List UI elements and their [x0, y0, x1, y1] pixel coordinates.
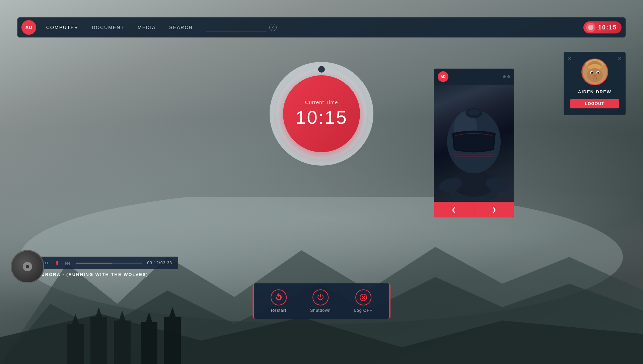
nav-item-computer[interactable]: COMPUTER — [46, 25, 78, 30]
album-art-center — [26, 265, 29, 268]
image-viewer-nav: ❮ ❯ — [434, 202, 514, 217]
clock-inner-ring: Current Time 10:15 — [276, 69, 367, 159]
shutdown-button[interactable]: Shutdown — [310, 289, 331, 313]
next-button[interactable]: ⏭ — [65, 260, 70, 266]
music-time: 03:12/03:38 — [147, 261, 172, 265]
clock-label: Current Time — [305, 99, 338, 105]
time-dot-inner — [588, 25, 593, 30]
restart-label: Restart — [271, 308, 286, 313]
image-prev-button[interactable]: ❮ — [434, 202, 474, 217]
album-art — [11, 250, 44, 283]
prev-button[interactable]: ⏮ — [44, 260, 49, 266]
logoff-icon — [355, 289, 371, 305]
image-viewer-header: AD — [434, 69, 514, 85]
nav-item-media[interactable]: MEDIA — [138, 25, 156, 30]
clock-time: 10:15 — [295, 106, 347, 128]
user-avatar — [581, 59, 608, 85]
time-dot — [586, 23, 595, 32]
dot-1 — [503, 75, 506, 78]
image-viewer: AD — [434, 69, 514, 217]
navbar-search-area: ✕ — [206, 23, 293, 31]
nav-item-search[interactable]: SEARCH — [169, 25, 193, 30]
music-player: ⏮ ⏸ ⏭ 03:12/03:38 AURORA - (RUNNING WITH… — [17, 257, 178, 277]
restart-icon — [271, 289, 287, 305]
logoff-label: Log OFF — [354, 308, 372, 313]
user-card-close-right: ✕ — [618, 56, 622, 61]
user-name: AIDEN-DREW — [578, 89, 612, 94]
restart-svg — [275, 293, 283, 301]
navbar-time-widget: 10:15 — [583, 21, 622, 33]
logout-button[interactable]: LOGOUT — [570, 99, 619, 108]
image-viewer-image — [434, 85, 514, 202]
user-card-close-left: ✕ — [568, 56, 572, 61]
navbar-time: 10:15 — [598, 24, 617, 31]
clock-outer-ring: Current Time 10:15 — [270, 62, 373, 166]
album-art-inner — [23, 262, 32, 271]
logoff-button[interactable]: Log OFF — [354, 289, 372, 313]
search-clear-button[interactable]: ✕ — [269, 24, 277, 31]
power-panel: Restart Shutdown Log OFF — [253, 283, 390, 319]
navbar: AD COMPUTER DOCUMENT MEDIA SEARCH ✕ 10:1… — [17, 17, 626, 37]
svg-point-28 — [591, 72, 592, 73]
svg-point-29 — [598, 72, 599, 73]
mountains-svg — [0, 197, 643, 364]
logoff-svg — [359, 293, 367, 301]
pause-button[interactable]: ⏸ — [54, 260, 60, 266]
shutdown-label: Shutdown — [310, 308, 331, 313]
avatar-svg — [582, 59, 608, 85]
music-progress-bar[interactable] — [76, 263, 142, 264]
restart-button[interactable]: Restart — [271, 289, 287, 313]
image-viewer-dots — [503, 75, 510, 78]
music-progress-fill — [76, 263, 112, 264]
nav-item-document[interactable]: DOCUMENT — [92, 25, 124, 30]
svg-point-30 — [593, 75, 596, 77]
navbar-nav: COMPUTER DOCUMENT MEDIA SEARCH — [46, 25, 193, 30]
user-card: ✕ ✕ AIDEN-DREW LOGOUT — [564, 52, 626, 115]
clock-widget: Current Time 10:15 — [270, 62, 373, 166]
clock-face: Current Time 10:15 — [283, 75, 360, 152]
music-controls-bar: ⏮ ⏸ ⏭ 03:12/03:38 — [38, 257, 178, 269]
shutdown-svg — [316, 293, 325, 301]
image-next-button[interactable]: ❯ — [474, 202, 514, 217]
dot-2 — [507, 75, 510, 78]
search-input[interactable] — [206, 23, 267, 31]
image-viewer-logo: AD — [438, 71, 448, 82]
music-title: AURORA - (RUNNING WITH THE WOLVES) — [38, 272, 148, 277]
shutdown-icon — [312, 289, 329, 305]
robot-helmet-svg — [434, 85, 514, 202]
clock-dot — [318, 66, 325, 73]
svg-point-19 — [468, 109, 480, 115]
navbar-logo[interactable]: AD — [21, 20, 36, 35]
